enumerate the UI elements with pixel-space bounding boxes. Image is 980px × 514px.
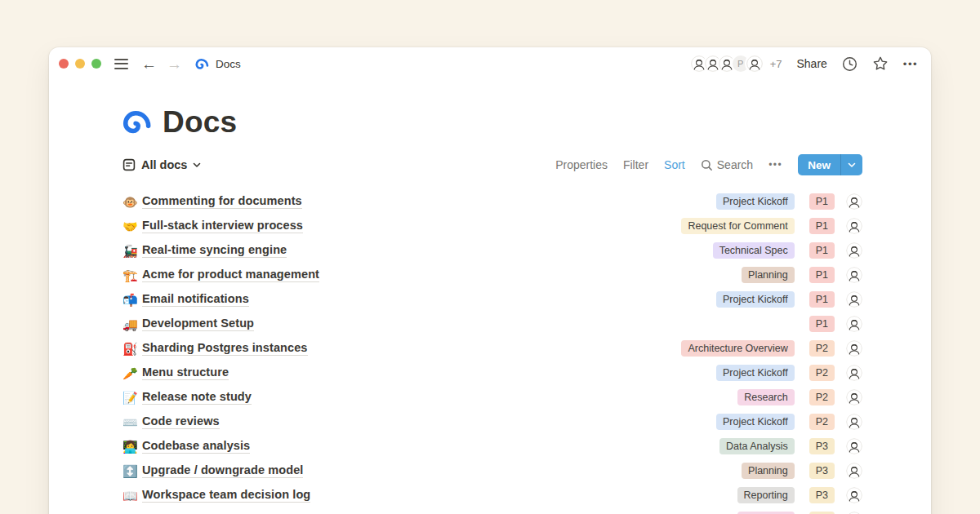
tag-badge[interactable]: Research <box>737 389 795 405</box>
new-doc-dropdown[interactable] <box>840 154 862 175</box>
close-window-button[interactable] <box>59 59 69 69</box>
spiral-logo-icon <box>195 57 209 71</box>
priority-badge[interactable]: P1 <box>809 316 835 332</box>
priority-badge[interactable]: P2 <box>809 340 835 357</box>
assignee-avatar[interactable] <box>846 291 862 308</box>
more-options-icon[interactable]: ••• <box>903 58 918 70</box>
doc-list-view-icon <box>122 158 136 171</box>
priority-badge[interactable]: P1 <box>809 242 835 259</box>
assignee-avatar[interactable] <box>846 242 862 259</box>
assignee-avatar[interactable] <box>846 438 862 454</box>
new-doc-label: New <box>798 154 840 175</box>
assignee-avatar[interactable] <box>846 218 862 234</box>
properties-button[interactable]: Properties <box>555 158 608 171</box>
doc-title-link[interactable]: Code reviews <box>142 414 220 429</box>
doc-row[interactable]: 📝 Release note study Research P2 <box>122 385 862 410</box>
back-arrow-icon[interactable]: ← <box>141 56 157 72</box>
tag-badge[interactable] <box>782 321 795 326</box>
tag-badge[interactable]: Project Kickoff <box>716 193 795 210</box>
doc-title-link[interactable]: Development Setup <box>142 317 254 331</box>
doc-row[interactable]: 🚂 Real-time syncing engine Technical Spe… <box>122 238 862 263</box>
tag-badge[interactable]: Architecture Overview <box>681 340 794 357</box>
doc-title-link[interactable]: Full-stack interview process <box>142 219 303 233</box>
priority-badge[interactable]: P2 <box>809 414 835 430</box>
doc-row[interactable]: 👩‍💻 Codebase analysis Data Analysis P3 <box>122 434 862 459</box>
assignee-avatar[interactable] <box>846 365 862 381</box>
priority-badge[interactable]: P2 <box>809 365 835 381</box>
doc-title-link[interactable]: Menu structure <box>142 366 229 380</box>
tag-badge[interactable]: Planning <box>742 463 795 479</box>
monkey-face-icon: 🐵 <box>122 196 142 208</box>
woman-technologist-icon: 👩‍💻 <box>122 441 142 453</box>
sort-button[interactable]: Sort <box>664 158 685 171</box>
tag-badge[interactable]: Project Kickoff <box>716 414 795 430</box>
doc-row[interactable]: 🥕 Menu structure Project Kickoff P2 <box>122 361 862 385</box>
toolbar-more-icon[interactable]: ••• <box>768 159 782 171</box>
spiral-page-icon[interactable] <box>122 108 152 137</box>
doc-row[interactable]: 📖 Workspace team decision log Reporting … <box>122 483 862 507</box>
doc-title-link[interactable]: Email notifications <box>142 292 249 307</box>
new-doc-button[interactable]: New <box>798 154 862 175</box>
fuel-pump-icon: ⛽ <box>122 343 142 355</box>
priority-badge[interactable]: P1 <box>809 291 835 308</box>
doc-row[interactable]: 🤝 Full-stack interview process Request f… <box>122 214 862 238</box>
tag-badge[interactable]: Request for Comment <box>681 218 794 234</box>
view-switcher[interactable]: All docs <box>122 158 201 171</box>
assignee-avatar[interactable] <box>846 487 862 503</box>
assignee-avatar[interactable] <box>846 414 862 430</box>
avatar-overflow-count[interactable]: +7 <box>770 58 782 70</box>
doc-title-link[interactable]: Codebase analysis <box>142 439 250 454</box>
window-topbar: ← → Docs P +7 Share ••• <box>49 47 931 80</box>
assignee-avatar[interactable] <box>846 463 862 479</box>
priority-badge[interactable]: P1 <box>809 218 835 234</box>
updates-clock-icon[interactable] <box>842 56 858 72</box>
tag-badge[interactable]: Project Kickoff <box>716 365 795 381</box>
priority-badge[interactable]: P2 <box>809 389 835 405</box>
doc-title-link[interactable]: Real-time syncing engine <box>142 243 287 258</box>
forward-arrow-icon[interactable]: → <box>167 56 182 72</box>
app-window: ← → Docs P +7 Share ••• Docs <box>49 47 931 514</box>
breadcrumb-doc-title: Docs <box>216 58 241 70</box>
tag-badge[interactable]: Planning <box>742 267 795 283</box>
doc-title-link[interactable]: Release note study <box>142 390 252 405</box>
assignee-avatar[interactable] <box>846 267 862 283</box>
tag-badge[interactable]: Technical Spec <box>713 242 795 259</box>
priority-badge[interactable]: P3 <box>809 487 835 503</box>
doc-row[interactable]: 🎨 Performance review feedback Research P… <box>122 507 862 514</box>
doc-title-link[interactable]: Upgrade / downgrade model <box>142 463 303 478</box>
assignee-avatar[interactable] <box>846 389 862 405</box>
minimize-window-button[interactable] <box>75 59 85 69</box>
avatar[interactable] <box>745 54 764 73</box>
chevron-down-icon <box>848 162 856 168</box>
search-button[interactable]: Search <box>701 158 753 171</box>
share-button[interactable]: Share <box>796 57 826 70</box>
filter-button[interactable]: Filter <box>623 158 648 171</box>
collaborator-avatars[interactable]: P <box>689 54 764 73</box>
assignee-avatar[interactable] <box>846 340 862 357</box>
zoom-window-button[interactable] <box>91 59 101 69</box>
doc-title-link[interactable]: Acme for product management <box>142 268 319 282</box>
tag-badge[interactable]: Reporting <box>737 487 795 503</box>
doc-row[interactable]: 🚚 Development Setup P1 <box>122 312 862 336</box>
tag-badge[interactable]: Data Analysis <box>719 438 795 454</box>
doc-row[interactable]: ⌨️ Code reviews Project Kickoff P2 <box>122 410 862 434</box>
priority-badge[interactable]: P3 <box>809 463 835 479</box>
doc-row[interactable]: ⛽ Sharding Postgres instances Architectu… <box>122 336 862 361</box>
doc-row[interactable]: 🐵 Commenting for documents Project Kicko… <box>122 189 862 214</box>
locomotive-icon: 🚂 <box>122 245 142 257</box>
doc-row[interactable]: 📬 Email notifications Project Kickoff P1 <box>122 287 862 312</box>
doc-title-link[interactable]: Commenting for documents <box>142 194 302 209</box>
building-construction-icon: 🏗️ <box>122 269 142 281</box>
tag-badge[interactable]: Project Kickoff <box>716 291 795 308</box>
sidebar-menu-icon[interactable] <box>114 59 128 69</box>
doc-title-link[interactable]: Workspace team decision log <box>142 488 310 503</box>
priority-badge[interactable]: P3 <box>809 438 835 454</box>
priority-badge[interactable]: P1 <box>809 267 835 283</box>
doc-row[interactable]: ↕️ Upgrade / downgrade model Planning P3 <box>122 459 862 483</box>
doc-row[interactable]: 🏗️ Acme for product management Planning … <box>122 263 862 287</box>
favorite-star-icon[interactable] <box>872 55 889 72</box>
assignee-avatar[interactable] <box>846 316 862 332</box>
priority-badge[interactable]: P1 <box>809 193 835 210</box>
doc-title-link[interactable]: Sharding Postgres instances <box>142 341 308 356</box>
assignee-avatar[interactable] <box>846 193 862 210</box>
